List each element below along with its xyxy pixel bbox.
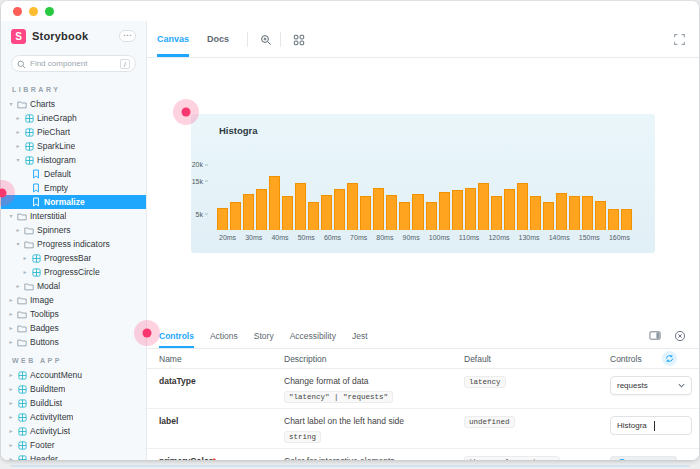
default-value-badge: theme.color.primary	[464, 456, 560, 460]
component-icon	[24, 141, 34, 151]
chevron-right-icon[interactable]: ▸	[8, 293, 14, 307]
sidebar-item-linegraph[interactable]: ▸LineGraph	[1, 111, 146, 125]
chevron-right-icon[interactable]: ▸	[8, 307, 14, 321]
component-icon	[17, 440, 27, 450]
expand-icon[interactable]	[672, 32, 687, 47]
traffic-light-minimize-button[interactable]	[29, 7, 38, 16]
sidebar-item-label: ProgressBar	[44, 253, 91, 263]
sidebar-item-label: BuildList	[30, 398, 62, 408]
sidebar-item-default[interactable]: Default	[1, 167, 146, 181]
histogram-chart: Histogra 20ms30ms40ms50ms60ms70ms80ms90m…	[191, 114, 655, 253]
sidebar-item-badges[interactable]: ▸Badges	[1, 321, 146, 335]
sidebar-item-empty[interactable]: Empty	[1, 181, 146, 195]
sidebar-item-normalize[interactable]: Normalize	[1, 195, 146, 209]
chevron-right-icon[interactable]: ▸	[8, 424, 14, 438]
panel-tab-accessibility[interactable]: Accessibility	[290, 323, 336, 348]
control-color-primarycolor[interactable]: #1EA7FD	[610, 456, 677, 460]
chevron-right-icon[interactable]: ▸	[15, 125, 21, 139]
chevron-down-icon[interactable]: ▾	[15, 237, 21, 251]
sidebar-item-modal[interactable]: ▸Modal	[1, 279, 146, 293]
titlebar	[1, 1, 699, 21]
sidebar-item-tooltips[interactable]: ▸Tooltips	[1, 307, 146, 321]
zoom-in-icon[interactable]	[258, 32, 273, 47]
sidebar-item-label: Histogram	[37, 155, 76, 165]
sidebar-item-header[interactable]: ▸Header	[1, 452, 146, 460]
sidebar-item-label: BuildItem	[30, 384, 65, 394]
search-input[interactable]: Find component /	[11, 55, 136, 72]
sidebar-item-progress-indicators[interactable]: ▾Progress indicators	[1, 237, 146, 251]
panel-tab-actions[interactable]: Actions	[210, 323, 238, 348]
sidebar-item-sparkline[interactable]: ▸SparkLine	[1, 139, 146, 153]
sidebar-item-piechart[interactable]: ▸PieChart	[1, 125, 146, 139]
sidebar-item-label: Header	[30, 454, 58, 460]
component-icon	[17, 454, 27, 460]
chart-plot-area	[217, 157, 632, 230]
chevron-down-icon[interactable]: ▾	[15, 153, 21, 167]
background-grid-icon[interactable]	[291, 32, 306, 47]
chevron-right-icon[interactable]: ▸	[8, 438, 14, 452]
close-panel-icon[interactable]	[672, 328, 687, 343]
x-axis-tick-label: 20ms	[219, 234, 236, 241]
component-icon	[24, 113, 34, 123]
chevron-down-icon[interactable]: ▾	[8, 97, 14, 111]
x-axis-tick-label: 40ms	[271, 234, 288, 241]
sidebar-item-label: ActivityList	[30, 426, 70, 436]
canvas-toolbar: Canvas Docs	[147, 21, 699, 58]
chevron-right-icon[interactable]: ▸	[22, 265, 28, 279]
reset-controls-icon[interactable]	[662, 351, 677, 366]
chevron-right-icon[interactable]: ▸	[8, 410, 14, 424]
sidebar-item-activitylist[interactable]: ▸ActivityList	[1, 424, 146, 438]
chart-bar	[595, 201, 606, 230]
panel-tab-jest[interactable]: Jest	[352, 323, 368, 348]
traffic-light-zoom-button[interactable]	[45, 7, 54, 16]
story-icon	[31, 169, 41, 179]
chevron-right-icon[interactable]: ▸	[8, 396, 14, 410]
chevron-right-icon[interactable]: ▸	[8, 321, 14, 335]
control-select-datatype[interactable]: requests	[610, 376, 692, 395]
traffic-light-close-button[interactable]	[13, 7, 22, 16]
sidebar-item-progressbar[interactable]: ▸ProgressBar	[1, 251, 146, 265]
x-axis-tick-label: 90ms	[403, 234, 420, 241]
control-text-input-label[interactable]: Histogra	[610, 416, 692, 435]
component-tree: LIBRARY▾Charts▸LineGraph▸PieChart▸SparkL…	[1, 78, 146, 460]
color-swatch	[617, 459, 627, 460]
sidebar-item-interstitial[interactable]: ▾Interstitial	[1, 209, 146, 223]
sidebar-item-buildlist[interactable]: ▸BuildList	[1, 396, 146, 410]
chevron-right-icon[interactable]: ▸	[15, 279, 21, 293]
chevron-right-icon[interactable]: ▸	[15, 139, 21, 153]
sidebar-item-accountmenu[interactable]: ▸AccountMenu	[1, 368, 146, 382]
sidebar-item-progresscircle[interactable]: ▸ProgressCircle	[1, 265, 146, 279]
sidebar-item-label: Tooltips	[30, 309, 59, 319]
sidebar-menu-button[interactable]: ⋯	[119, 30, 136, 42]
sidebar-item-builditem[interactable]: ▸BuildItem	[1, 382, 146, 396]
chevron-right-icon[interactable]: ▸	[8, 368, 14, 382]
sidebar-item-buttons[interactable]: ▸Buttons	[1, 335, 146, 349]
chart-bar	[452, 190, 463, 230]
col-header-description: Description	[284, 354, 464, 364]
chevron-right-icon[interactable]: ▸	[15, 111, 21, 125]
panel-tab-controls[interactable]: Controls	[159, 323, 194, 348]
chevron-right-icon[interactable]: ▸	[8, 335, 14, 349]
sidebar-item-label: ActivityItem	[30, 412, 73, 422]
chevron-right-icon[interactable]: ▸	[8, 382, 14, 396]
chart-bar	[347, 183, 358, 230]
default-value-badge: undefined	[464, 416, 515, 428]
arg-description: Color for interactive elements.	[284, 456, 464, 460]
chevron-right-icon[interactable]: ▸	[15, 223, 21, 237]
sidebar-item-spinners[interactable]: ▸Spinners	[1, 223, 146, 237]
chart-bar	[491, 196, 502, 230]
sidebar-item-histogram[interactable]: ▾Histogram	[1, 153, 146, 167]
panel-position-icon[interactable]	[647, 328, 662, 343]
sidebar-item-footer[interactable]: ▸Footer	[1, 438, 146, 452]
chevron-right-icon[interactable]: ▸	[8, 452, 14, 460]
panel-tab-story[interactable]: Story	[254, 323, 274, 348]
tab-canvas[interactable]: Canvas	[157, 21, 189, 57]
chevron-right-icon[interactable]: ▸	[22, 251, 28, 265]
sidebar-item-charts[interactable]: ▾Charts	[1, 97, 146, 111]
chevron-down-icon[interactable]: ▾	[8, 209, 14, 223]
search-icon	[17, 55, 26, 73]
sidebar-item-image[interactable]: ▸Image	[1, 293, 146, 307]
toolbar-divider	[247, 32, 248, 47]
sidebar-item-activityitem[interactable]: ▸ActivityItem	[1, 410, 146, 424]
tab-docs[interactable]: Docs	[207, 21, 229, 57]
